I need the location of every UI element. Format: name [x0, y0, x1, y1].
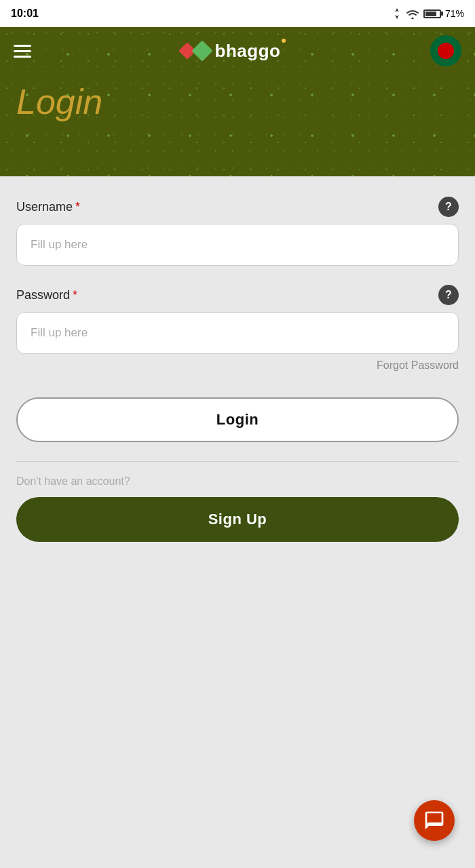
status-time: 10:01	[11, 7, 39, 20]
username-label-row: Username* ?	[16, 197, 459, 217]
signal-icon	[392, 8, 402, 19]
chat-fab-button[interactable]	[414, 800, 455, 841]
no-account-text: Don't have an account?	[16, 475, 459, 488]
wifi-icon	[406, 9, 419, 19]
battery-percent: 71%	[445, 8, 464, 19]
password-label: Password*	[16, 288, 77, 302]
logo-diamonds	[181, 43, 210, 58]
logo-text: bhaggo	[215, 41, 281, 61]
password-group: Password* ? Forgot Password	[16, 285, 459, 372]
forgot-password-link-wrap: Forgot Password	[16, 359, 459, 372]
logo: bhaggo	[181, 41, 281, 62]
logo-dot	[282, 39, 286, 43]
username-label: Username*	[16, 200, 80, 214]
username-required: *	[75, 200, 80, 214]
username-group: Username* ?	[16, 197, 459, 266]
header-nav: bhaggo	[0, 27, 475, 75]
password-label-row: Password* ?	[16, 285, 459, 305]
username-help-button[interactable]: ?	[438, 197, 459, 217]
svg-marker-0	[395, 8, 399, 12]
signup-button[interactable]: Sign Up	[16, 497, 459, 542]
header: bhaggo Login	[0, 27, 475, 176]
password-required: *	[73, 288, 77, 302]
menu-button[interactable]	[14, 45, 31, 58]
diamond-green-icon	[191, 40, 212, 61]
password-input[interactable]	[16, 312, 459, 354]
country-flag[interactable]	[430, 35, 461, 66]
battery-icon	[423, 9, 441, 18]
username-input[interactable]	[16, 224, 459, 266]
password-help-button[interactable]: ?	[438, 285, 459, 305]
flag-red-dot	[438, 43, 454, 59]
forgot-password-link[interactable]: Forgot Password	[377, 359, 459, 371]
status-bar: 10:01 71%	[0, 0, 475, 27]
status-icons: 71%	[392, 8, 464, 19]
page-title: Login	[16, 82, 102, 121]
main-content: Username* ? Password* ? Forgot Password …	[0, 176, 475, 558]
divider	[16, 461, 459, 462]
logo-text-wrap: bhaggo	[215, 41, 281, 62]
login-button[interactable]: Login	[16, 397, 459, 442]
chat-icon	[423, 810, 445, 831]
svg-marker-1	[395, 15, 399, 19]
header-title-section: Login	[0, 75, 475, 129]
